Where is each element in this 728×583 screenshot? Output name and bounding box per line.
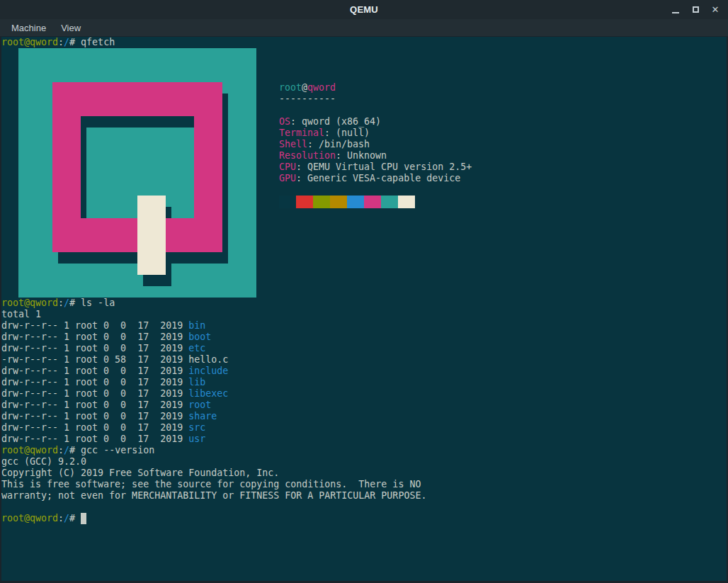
terminal-line: drw-r--r-- 1 root 0 0 17 2019 src: [1, 422, 205, 434]
qemu-window: { "window": { "title": "QEMU", "menu": […: [0, 0, 728, 583]
terminal-line: root@qword:/#: [1, 513, 81, 524]
maximize-icon: [693, 6, 699, 13]
qword-logo-shadow: [166, 207, 171, 218]
palette-swatch: [347, 196, 364, 208]
terminal-line: drw-r--r-- 1 root 0 0 17 2019 etc: [1, 343, 205, 354]
terminal-line: total 1: [1, 309, 41, 320]
terminal-line: Resolution: Unknown: [279, 150, 387, 162]
qword-logo-cream: [137, 196, 166, 275]
terminal-line: root@qword:/# qfetch: [1, 37, 115, 48]
terminal-line: OS: qword (x86_64): [279, 116, 381, 128]
terminal-line: drw-r--r-- 1 root 0 0 17 2019 include: [1, 366, 228, 377]
terminal-screen[interactable]: root@qword:/# qfetchroot@qword----------…: [1, 37, 727, 581]
terminal-line: drw-r--r-- 1 root 0 0 17 2019 libexec: [1, 388, 228, 400]
terminal-line: warranty; not even for MERCHANTABILITY o…: [1, 490, 426, 502]
palette-swatch: [398, 196, 415, 208]
window-controls: ✕: [670, 0, 721, 19]
terminal-line: drw-r--r-- 1 root 0 0 17 2019 bin: [1, 320, 205, 332]
terminal-line: Copyright (C) 2019 Free Software Foundat…: [1, 468, 279, 479]
palette-swatch: [381, 196, 398, 208]
minimize-icon: [672, 12, 679, 13]
terminal-line: root@qword:/# ls -la: [1, 298, 115, 309]
terminal-line: Shell: /bin/bash: [279, 139, 370, 150]
terminal-line: drw-r--r-- 1 root 0 0 17 2019 lib: [1, 377, 205, 388]
terminal-line: root@qword: [279, 82, 336, 94]
palette-swatch: [313, 196, 330, 208]
terminal-line: drw-r--r-- 1 root 0 0 17 2019 share: [1, 411, 217, 422]
titlebar[interactable]: QEMU ✕: [0, 0, 728, 19]
close-icon: ✕: [712, 5, 720, 14]
terminal-line: This is free software; see the source fo…: [1, 479, 421, 490]
palette-swatch: [364, 196, 381, 208]
menu-item-view[interactable]: View: [59, 21, 83, 35]
terminal-line: root@qword:/# gcc --version: [1, 445, 154, 456]
terminal-line: drw-r--r-- 1 root 0 0 17 2019 usr: [1, 434, 205, 445]
close-button[interactable]: ✕: [710, 4, 721, 16]
terminal-line: gcc (GCC) 9.2.0: [1, 456, 86, 468]
maximize-button[interactable]: [690, 4, 701, 16]
terminal-line: drw-r--r-- 1 root 0 0 17 2019 root: [1, 400, 211, 411]
menu-item-machine[interactable]: Machine: [9, 21, 48, 35]
palette-swatch: [296, 196, 313, 208]
terminal-line: GPU: Generic VESA-capable device: [279, 173, 460, 184]
palette-swatch: [279, 196, 296, 208]
minimize-button[interactable]: [670, 4, 681, 16]
palette-swatch: [330, 196, 347, 208]
window-title: QEMU: [350, 4, 378, 15]
terminal-line: -rw-r--r-- 1 root 0 58 17 2019 hello.c: [1, 354, 228, 366]
terminal-line: CPU: QEMU Virtual CPU version 2.5+: [279, 162, 472, 173]
terminal-line: ----------: [279, 94, 336, 105]
terminal-cursor: [81, 513, 86, 524]
menubar: Machine View: [0, 19, 728, 37]
terminal-line: Terminal: (null): [279, 128, 370, 139]
terminal-line: drw-r--r-- 1 root 0 0 17 2019 boot: [1, 332, 211, 343]
